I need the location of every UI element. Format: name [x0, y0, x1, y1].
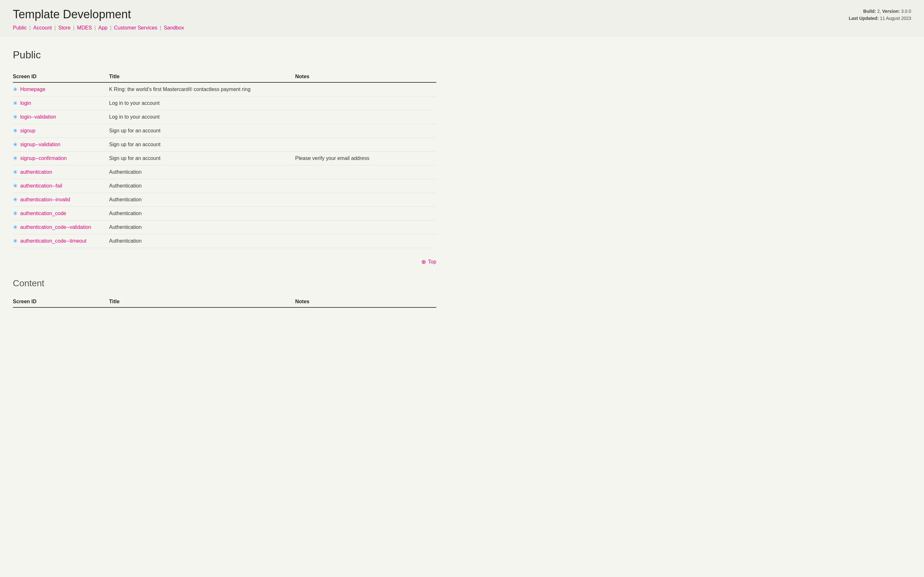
table-row: ✳authentication--invalidAuthentication [13, 193, 436, 207]
table-row: ✳signup--confirmationSign up for an acco… [13, 152, 436, 165]
col-screen-id: Screen ID [13, 71, 109, 82]
col-notes: Notes [295, 71, 436, 82]
notes-cell [295, 179, 436, 193]
title-cell: Authentication [109, 165, 295, 179]
tool-icon: ✳ [13, 196, 18, 203]
title-cell: Sign up for an account [109, 138, 295, 152]
screen-id-link[interactable]: login [20, 100, 31, 106]
screen-id-link[interactable]: signup [20, 128, 35, 134]
screen-id-cell: ✳authentication_code [13, 207, 109, 221]
table-row: ✳loginLog in to your account [13, 97, 436, 110]
tool-icon: ✳ [13, 224, 18, 231]
screen-id-link[interactable]: authentication_code--validation [20, 224, 91, 230]
page-header: Template Development Public|Account|Stor… [0, 0, 924, 36]
screen-id-link[interactable]: authentication_code [20, 211, 66, 216]
nav-item-app[interactable]: App [99, 25, 107, 31]
top-link-row: ⊕ Top [13, 253, 436, 276]
screen-id-cell: ✳signup--validation [13, 138, 109, 152]
public-section-title: Public [13, 49, 436, 61]
screen-id-cell: ✳login [13, 97, 109, 110]
screen-id-cell: ✳authentication [13, 165, 109, 179]
screen-id-link[interactable]: signup--confirmation [20, 155, 67, 161]
table-row: ✳authentication_codeAuthentication [13, 207, 436, 221]
screen-id-cell: ✳signup [13, 124, 109, 138]
version-label: Version: [882, 9, 900, 14]
nav-separator: | [94, 25, 95, 31]
screen-id-link[interactable]: authentication_code--timeout [20, 238, 86, 244]
table-row: ✳login--validationLog in to your account [13, 110, 436, 124]
notes-cell [295, 207, 436, 221]
screen-id-link[interactable]: login--validation [20, 114, 56, 120]
content-col-screen-id: Screen ID [13, 296, 109, 308]
main-nav: Public|Account|Store|MDES|App|Customer S… [13, 25, 184, 31]
screen-id-link[interactable]: authentication--invalid [20, 197, 70, 203]
build-value: 2 [877, 9, 880, 14]
screen-id-link[interactable]: authentication [20, 169, 52, 175]
tool-icon: ✳ [13, 237, 18, 245]
nav-item-sandbox[interactable]: Sandbox [164, 25, 184, 31]
nav-item-customer-services[interactable]: Customer Services [114, 25, 157, 31]
nav-separator: | [160, 25, 161, 31]
title-cell: Authentication [109, 234, 295, 248]
table-row: ✳signupSign up for an account [13, 124, 436, 138]
table-row: ✳authentication_code--validationAuthenti… [13, 221, 436, 234]
table-row: ✳authentication_code--timeoutAuthenticat… [13, 234, 436, 248]
tool-icon: ✳ [13, 100, 18, 107]
title-cell: Log in to your account [109, 97, 295, 110]
content-col-title: Title [109, 296, 295, 308]
nav-item-public[interactable]: Public [13, 25, 27, 31]
tool-icon: ✳ [13, 169, 18, 176]
nav-item-store[interactable]: Store [58, 25, 71, 31]
col-title: Title [109, 71, 295, 82]
main-content: Public Screen ID Title Notes ✳HomepageK … [0, 36, 449, 326]
notes-cell [295, 124, 436, 138]
table-row: ✳HomepageK Ring: the world's first Maste… [13, 82, 436, 97]
nav-separator: | [29, 25, 31, 31]
title-cell: Log in to your account [109, 110, 295, 124]
content-section: Content Screen ID Title Notes [13, 278, 436, 308]
title-cell: Sign up for an account [109, 124, 295, 138]
version-value: 3.0.0 [901, 9, 911, 14]
notes-cell [295, 234, 436, 248]
notes-cell [295, 221, 436, 234]
tool-icon: ✳ [13, 86, 18, 93]
site-title: Template Development [13, 8, 184, 21]
nav-item-account[interactable]: Account [33, 25, 52, 31]
screen-id-cell: ✳signup--confirmation [13, 152, 109, 165]
screen-id-link[interactable]: signup--validation [20, 142, 60, 147]
tool-icon: ✳ [13, 210, 18, 217]
screen-id-cell: ✳login--validation [13, 110, 109, 124]
table-header-row: Screen ID Title Notes [13, 71, 436, 82]
nav-separator: | [110, 25, 111, 31]
content-col-notes: Notes [295, 296, 436, 308]
title-cell: Authentication [109, 179, 295, 193]
content-table: Screen ID Title Notes [13, 296, 436, 308]
screen-id-cell: ✳authentication_code--validation [13, 221, 109, 234]
last-updated-label: Last Updated: [849, 16, 879, 21]
screen-id-link[interactable]: authentication--fail [20, 183, 62, 189]
notes-cell [295, 110, 436, 124]
table-row: ✳authenticationAuthentication [13, 165, 436, 179]
notes-cell [295, 193, 436, 207]
build-info: Build: 2, Version: 3.0.0 Last Updated: 1… [849, 8, 911, 22]
screen-id-cell: ✳authentication--fail [13, 179, 109, 193]
content-table-header-row: Screen ID Title Notes [13, 296, 436, 308]
table-row: ✳signup--validationSign up for an accoun… [13, 138, 436, 152]
tool-icon: ✳ [13, 141, 18, 148]
content-section-title: Content [13, 278, 436, 288]
title-cell: Authentication [109, 221, 295, 234]
title-cell: K Ring: the world's first Mastercard® co… [109, 82, 295, 97]
tool-icon: ✳ [13, 127, 18, 134]
tool-icon: ✳ [13, 113, 18, 121]
notes-cell [295, 165, 436, 179]
nav-item-mdes[interactable]: MDES [77, 25, 92, 31]
screen-id-link[interactable]: Homepage [20, 87, 45, 92]
top-link[interactable]: ⊕ Top [421, 258, 436, 266]
last-updated-value: 11 August 2023 [880, 16, 911, 21]
public-table: Screen ID Title Notes ✳HomepageK Ring: t… [13, 71, 436, 248]
screen-id-cell: ✳authentication_code--timeout [13, 234, 109, 248]
notes-cell [295, 97, 436, 110]
tool-icon: ✳ [13, 182, 18, 189]
notes-cell: Please verify your email address [295, 152, 436, 165]
nav-separator: | [73, 25, 74, 31]
